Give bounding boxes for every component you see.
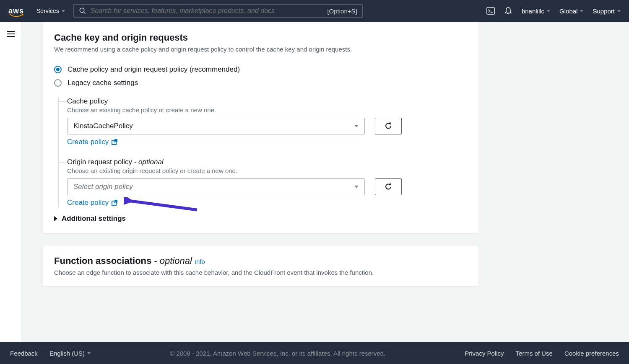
svg-line-8 bbox=[128, 201, 197, 210]
refresh-cache-policy-button[interactable] bbox=[375, 118, 402, 134]
radio-icon bbox=[54, 79, 62, 87]
caret-down-icon bbox=[580, 10, 583, 12]
svg-rect-2 bbox=[487, 8, 494, 14]
triangle-right-icon bbox=[54, 216, 57, 221]
field-label: Origin request policy - optional bbox=[67, 158, 468, 166]
refresh-icon bbox=[384, 122, 392, 130]
origin-request-policy-field: Origin request policy - optional Choose … bbox=[67, 158, 468, 207]
external-link-icon bbox=[111, 139, 118, 145]
radio-legacy-cache[interactable]: Legacy cache settings bbox=[54, 79, 468, 87]
cache-key-panel: Cache key and origin requests We recomme… bbox=[43, 22, 479, 233]
caret-down-icon bbox=[354, 125, 359, 127]
account-menu[interactable]: brianlillc bbox=[522, 8, 550, 15]
radio-label: Legacy cache settings bbox=[68, 79, 138, 87]
radio-cache-policy-recommended[interactable]: Cache policy and origin request policy (… bbox=[54, 65, 468, 74]
field-hint: Choose an existing origin request policy… bbox=[67, 167, 468, 174]
create-origin-policy-link[interactable]: Create policy bbox=[67, 199, 118, 207]
info-link[interactable]: Info bbox=[195, 258, 205, 265]
field-label: Cache policy bbox=[67, 97, 468, 106]
search-bar[interactable]: [Option+S] bbox=[73, 4, 363, 18]
notifications-icon[interactable] bbox=[504, 7, 512, 15]
refresh-origin-policy-button[interactable] bbox=[375, 178, 402, 195]
field-hint: Choose an existing cache policy or creat… bbox=[67, 106, 468, 114]
caret-down-icon bbox=[62, 10, 65, 12]
region-menu[interactable]: Global bbox=[559, 8, 583, 15]
radio-label: Cache policy and origin request policy (… bbox=[68, 65, 240, 74]
caret-down-icon bbox=[354, 186, 359, 188]
section-title: Cache key and origin requests bbox=[54, 32, 468, 43]
support-label: Support bbox=[593, 8, 615, 15]
account-name: brianlillc bbox=[522, 8, 544, 15]
panel-title: Function associations - optional Info bbox=[54, 256, 468, 266]
side-drawer-toggle-column bbox=[0, 22, 22, 342]
select-placeholder: Select origin policy bbox=[73, 183, 133, 191]
function-associations-panel: Function associations - optional Info Ch… bbox=[43, 245, 479, 287]
external-link-icon bbox=[111, 199, 118, 206]
top-navigation: aws Services [Option+S] brianlillc Globa… bbox=[0, 0, 629, 22]
aws-logo[interactable]: aws bbox=[8, 7, 24, 15]
caret-down-icon bbox=[547, 10, 550, 12]
section-description: We recommend using a cache policy and or… bbox=[54, 46, 468, 53]
link-text: Create policy bbox=[67, 138, 109, 146]
create-cache-policy-link[interactable]: Create policy bbox=[67, 138, 118, 146]
svg-point-0 bbox=[80, 8, 84, 13]
cloudshell-icon[interactable] bbox=[486, 7, 495, 15]
additional-settings-label: Additional settings bbox=[62, 214, 126, 223]
svg-line-1 bbox=[83, 12, 86, 14]
cache-policy-field: Cache policy Choose an existing cache po… bbox=[67, 97, 468, 146]
annotation-arrow bbox=[124, 197, 199, 214]
cache-policy-select[interactable]: KinstaCachePolicy bbox=[67, 118, 365, 134]
panel-description: Choose an edge function to associate wit… bbox=[54, 269, 468, 276]
search-icon bbox=[79, 7, 86, 15]
search-input[interactable] bbox=[91, 7, 323, 15]
additional-settings-toggle[interactable]: Additional settings bbox=[54, 214, 468, 223]
origin-request-policy-select[interactable]: Select origin policy bbox=[67, 178, 365, 195]
hamburger-icon[interactable] bbox=[7, 31, 15, 37]
region-label: Global bbox=[559, 8, 577, 15]
services-menu[interactable]: Services bbox=[36, 8, 65, 14]
services-label: Services bbox=[36, 8, 59, 14]
caret-down-icon bbox=[617, 10, 621, 12]
support-menu[interactable]: Support bbox=[593, 8, 621, 15]
radio-icon bbox=[54, 66, 62, 73]
link-text: Create policy bbox=[67, 199, 109, 207]
refresh-icon bbox=[384, 183, 392, 191]
search-shortcut-hint: [Option+S] bbox=[327, 8, 357, 15]
select-value: KinstaCachePolicy bbox=[73, 122, 133, 130]
